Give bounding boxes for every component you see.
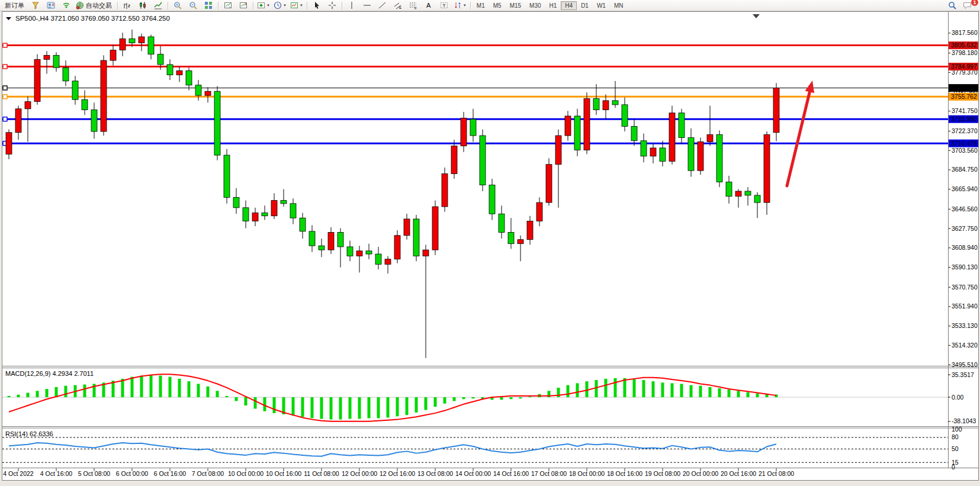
candle	[735, 191, 741, 197]
candle	[688, 138, 694, 171]
date-tick-label: 18 Oct 16:00	[607, 470, 642, 477]
search-icon	[948, 1, 957, 10]
date-tick-label: 21 Oct 08:00	[759, 470, 794, 477]
macd-bar	[226, 396, 229, 397]
candle	[63, 67, 69, 81]
toolbar-separator	[342, 2, 342, 9]
candle	[44, 55, 50, 59]
candlestick-chart-button[interactable]	[135, 0, 150, 11]
candle	[300, 218, 306, 231]
tab-timeframe-w1[interactable]: W1	[593, 1, 610, 10]
price-tick-label: 3741.750	[952, 107, 978, 114]
zoom-in-button[interactable]	[170, 0, 185, 11]
price-badge-label: 3784.997	[951, 63, 977, 70]
timeframe-group: M1M5M15M30H1H4D1W1MN	[473, 1, 628, 10]
crosshair-button[interactable]	[324, 0, 340, 11]
search-button[interactable]	[944, 0, 960, 11]
macd-bar	[718, 388, 721, 397]
text-button[interactable]: A	[421, 0, 436, 11]
macd-bar	[661, 382, 664, 397]
macd-bar	[349, 397, 352, 419]
chat-button[interactable]: 1	[960, 0, 975, 11]
templates-button[interactable]: ▼	[288, 0, 305, 11]
channel-button[interactable]: E	[390, 0, 406, 11]
candle	[91, 110, 97, 132]
vertical-line-button[interactable]	[344, 0, 359, 11]
price-badge-label: 3710.478	[951, 140, 977, 147]
candle	[527, 221, 533, 239]
tab-timeframe-h4[interactable]: H4	[561, 1, 577, 10]
chart-canvas[interactable]: 3817.5603798.1803779.3703760.5603741.750…	[0, 11, 980, 486]
macd-axis-label: 0.00	[952, 394, 964, 401]
macd-bar	[680, 384, 683, 397]
cursor-button[interactable]	[309, 0, 324, 11]
text-label-button[interactable]: T	[436, 0, 452, 11]
date-tick-label: 11 Oct 08:00	[304, 470, 339, 477]
candle	[319, 246, 324, 250]
macd-axis-label: -38.1043	[952, 417, 976, 424]
svg-text:A: A	[426, 2, 431, 9]
market-watch-button[interactable]	[28, 0, 43, 11]
date-tick-label: 20 Oct 16:00	[721, 470, 756, 477]
tile-windows-button[interactable]	[201, 0, 216, 11]
fibonacci-button[interactable]: F	[406, 0, 421, 11]
tab-timeframe-d1[interactable]: D1	[577, 1, 593, 10]
candle	[224, 155, 230, 197]
date-tick-label: 10 Oct 00:00	[228, 470, 264, 477]
candle	[110, 50, 116, 60]
svg-text:F: F	[415, 7, 417, 10]
candle	[72, 81, 78, 99]
horizontal-line-button[interactable]	[359, 0, 375, 11]
price-tick-label: 3533.130	[952, 322, 978, 329]
candle	[612, 101, 618, 105]
line-anchor-handle[interactable]	[3, 95, 7, 99]
line-chart-button[interactable]	[150, 0, 166, 11]
bar-chart-button[interactable]	[120, 0, 135, 11]
candle	[262, 213, 268, 216]
price-tick-label: 3627.750	[952, 225, 978, 232]
chart-window[interactable]: 3817.5603798.1803779.3703760.5603741.750…	[0, 11, 980, 486]
autotrading-button[interactable]: 自动交易	[74, 0, 115, 11]
candle	[148, 37, 154, 54]
macd-bar	[320, 397, 323, 419]
tab-timeframe-m5[interactable]: M5	[489, 1, 506, 10]
macd-bar	[756, 394, 759, 397]
macd-bar	[586, 381, 589, 397]
rsi-axis-label: 100	[952, 426, 962, 433]
candle	[271, 201, 277, 216]
indicators-button[interactable]: ▼	[255, 0, 272, 11]
tab-timeframe-m15[interactable]: M15	[506, 1, 525, 10]
svg-text:E: E	[399, 6, 401, 9]
tab-timeframe-m30[interactable]: M30	[525, 1, 545, 10]
line-anchor-handle[interactable]	[3, 43, 7, 47]
candle	[451, 146, 457, 173]
candle	[726, 182, 732, 196]
chart-shift-button[interactable]	[236, 0, 251, 11]
line-anchor-handle[interactable]	[3, 86, 7, 90]
macd-bar	[614, 378, 617, 397]
globe-icon	[76, 1, 84, 9]
candle	[442, 173, 448, 207]
trendline-button[interactable]	[375, 0, 390, 11]
auto-arrange-button[interactable]	[220, 0, 236, 11]
macd-bar	[510, 397, 513, 399]
signals-button[interactable]	[59, 0, 74, 11]
new-order-button[interactable]: 新订单	[1, 0, 28, 11]
tab-timeframe-mn[interactable]: MN	[610, 1, 628, 10]
periods-button[interactable]: ▼	[272, 0, 288, 11]
tab-timeframe-h1[interactable]: H1	[545, 1, 561, 10]
trendline-icon	[378, 1, 387, 9]
line-anchor-handle[interactable]	[3, 117, 7, 121]
arrows-button[interactable]: ▼	[452, 0, 468, 11]
accounts-button[interactable]	[43, 0, 59, 11]
macd-bar	[444, 397, 446, 404]
date-tick-label: 17 Oct 08:00	[531, 470, 567, 477]
line-anchor-handle[interactable]	[3, 65, 7, 69]
date-tick-label: 6 Oct 16:00	[154, 470, 186, 477]
macd-bar	[737, 391, 740, 397]
date-tick-label: 12 Oct 00:00	[342, 470, 377, 477]
zoom-out-button[interactable]	[185, 0, 201, 11]
tab-timeframe-m1[interactable]: M1	[473, 1, 489, 10]
macd-bar	[633, 379, 636, 397]
macd-bar	[415, 397, 418, 413]
